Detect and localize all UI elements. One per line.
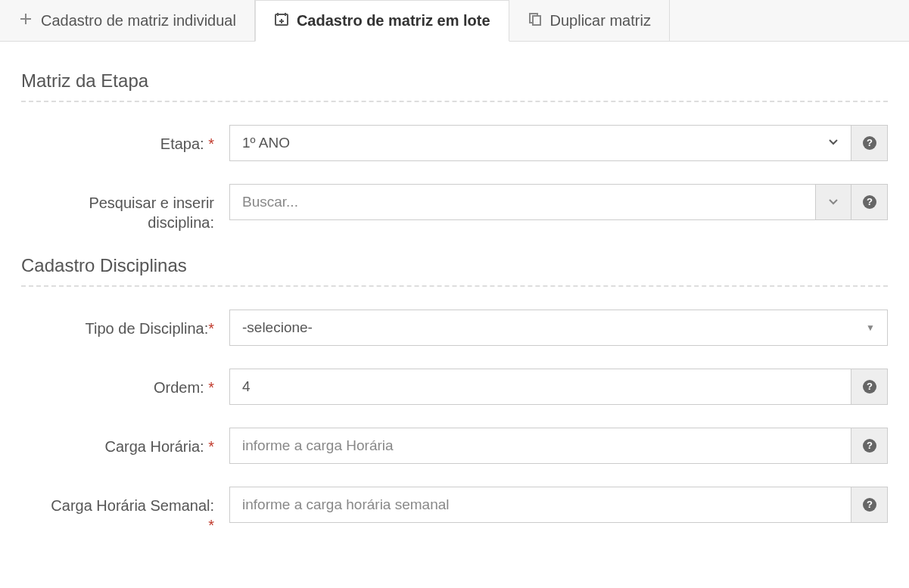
row-carga-semanal: Carga Horária Semanal:* ? bbox=[21, 487, 888, 535]
tab-duplicar-label: Duplicar matriz bbox=[550, 12, 651, 30]
plus-icon bbox=[18, 11, 33, 30]
label-ordem: Ordem: * bbox=[21, 369, 229, 397]
label-etapa: Etapa: * bbox=[21, 125, 229, 154]
help-icon: ? bbox=[862, 438, 877, 453]
buscar-input[interactable] bbox=[229, 184, 815, 220]
tipo-select-value: -selecione- bbox=[242, 319, 313, 336]
help-icon: ? bbox=[862, 135, 877, 151]
tab-individual-label: Cadastro de matriz individual bbox=[41, 12, 236, 30]
svg-rect-2 bbox=[533, 16, 540, 25]
etapa-select-value: 1º ANO bbox=[242, 135, 290, 151]
copy-icon bbox=[528, 11, 543, 30]
divider bbox=[21, 285, 888, 287]
row-carga: Carga Horária: * ? bbox=[21, 428, 888, 464]
chevron-down-icon bbox=[828, 137, 839, 150]
tab-bar: Cadastro de matriz individual Cadastro d… bbox=[0, 0, 909, 42]
svg-text:?: ? bbox=[867, 196, 873, 207]
row-etapa: Etapa: * 1º ANO ? bbox=[21, 125, 888, 161]
divider bbox=[21, 101, 888, 102]
etapa-help-button[interactable]: ? bbox=[851, 125, 888, 161]
help-icon: ? bbox=[862, 194, 877, 210]
tab-lote[interactable]: Cadastro de matriz em lote bbox=[255, 0, 509, 42]
label-pesquisar: Pesquisar e inserir disciplina: bbox=[21, 184, 229, 232]
section-matriz-title: Matriz da Etapa bbox=[21, 70, 888, 92]
svg-text:?: ? bbox=[867, 381, 873, 392]
svg-text:?: ? bbox=[867, 499, 873, 510]
label-tipo: Tipo de Disciplina:* bbox=[21, 310, 229, 338]
label-carga-semanal: Carga Horária Semanal:* bbox=[21, 487, 229, 535]
ordem-input[interactable] bbox=[229, 369, 851, 405]
calendar-plus-icon bbox=[274, 11, 289, 30]
help-icon: ? bbox=[862, 497, 877, 512]
buscar-help-button[interactable]: ? bbox=[851, 184, 888, 220]
triangle-down-icon: ▼ bbox=[866, 322, 875, 333]
tab-lote-label: Cadastro de matriz em lote bbox=[297, 12, 490, 30]
carga-semanal-help-button[interactable]: ? bbox=[851, 487, 888, 523]
svg-text:?: ? bbox=[867, 440, 873, 451]
row-pesquisar: Pesquisar e inserir disciplina: ? bbox=[21, 184, 888, 232]
help-icon: ? bbox=[862, 379, 877, 394]
etapa-select[interactable]: 1º ANO bbox=[229, 125, 851, 161]
tab-duplicar[interactable]: Duplicar matriz bbox=[509, 0, 670, 41]
carga-help-button[interactable]: ? bbox=[851, 428, 888, 464]
ordem-help-button[interactable]: ? bbox=[851, 369, 888, 405]
carga-input[interactable] bbox=[229, 428, 851, 464]
buscar-dropdown-toggle[interactable] bbox=[815, 184, 851, 220]
carga-semanal-input[interactable] bbox=[229, 487, 851, 523]
row-tipo: Tipo de Disciplina:* -selecione- ▼ bbox=[21, 310, 888, 346]
section-disciplinas-title: Cadastro Disciplinas bbox=[21, 255, 888, 276]
label-carga: Carga Horária: * bbox=[21, 428, 229, 456]
tab-individual[interactable]: Cadastro de matriz individual bbox=[0, 0, 255, 41]
tipo-select[interactable]: -selecione- ▼ bbox=[229, 310, 888, 346]
chevron-down-icon bbox=[828, 197, 839, 207]
svg-text:?: ? bbox=[867, 137, 873, 148]
row-ordem: Ordem: * ? bbox=[21, 369, 888, 405]
